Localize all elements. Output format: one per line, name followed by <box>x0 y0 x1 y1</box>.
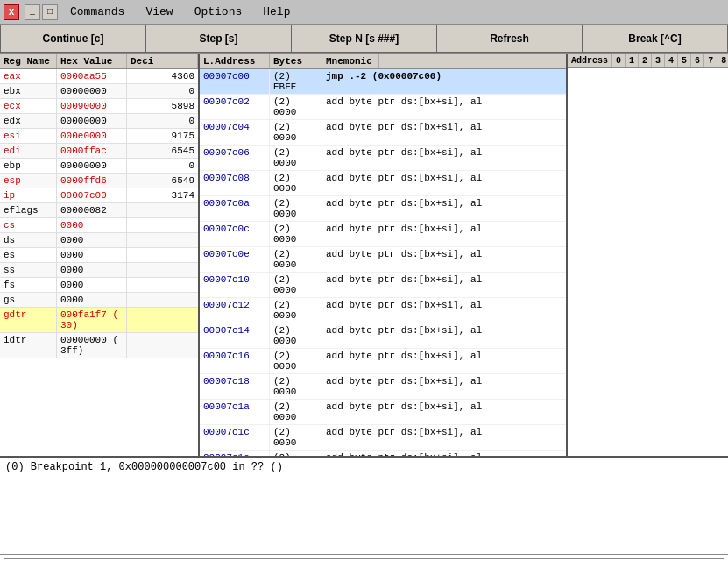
disasm-row[interactable]: 00007c1c(2) 0000add byte ptr ds:[bx+si],… <box>200 425 566 451</box>
refresh-button[interactable]: Refresh <box>436 25 582 53</box>
disasm-mnemonic: add byte ptr ds:[bx+si], al <box>322 222 566 246</box>
stepn-button[interactable]: Step N [s ###] <box>291 25 436 53</box>
register-row: idtr00000000 ( 3ff) <box>0 333 198 358</box>
reg-name-cell: idtr <box>0 333 57 358</box>
menu-commands[interactable]: Commands <box>67 4 128 20</box>
disasm-bytes: (2) 0000 <box>270 120 322 145</box>
reg-hex-cell: 0000 <box>57 248 127 262</box>
reg-name-cell: edi <box>0 144 57 158</box>
reg-hex-cell: 0000 <box>57 218 127 232</box>
minimize-button[interactable]: _ <box>25 4 40 20</box>
reg-dec-cell <box>127 218 198 232</box>
disasm-bytes: (2) 0000 <box>270 400 322 424</box>
step-button[interactable]: Step [s] <box>145 25 291 53</box>
command-input[interactable] <box>4 558 724 576</box>
disasm-row[interactable]: 00007c08(2) 0000add byte ptr ds:[bx+si],… <box>200 171 566 196</box>
menubar: Commands View Options Help <box>67 4 293 20</box>
register-row: edx000000000 <box>0 114 198 129</box>
reg-dec-header: Deci <box>127 54 198 68</box>
break-button[interactable]: Break [^C] <box>582 25 728 53</box>
reg-dec-cell <box>127 333 198 358</box>
maximize-button[interactable]: □ <box>42 4 58 20</box>
disasm-addr: 00007c0e <box>200 247 270 272</box>
dis-addr-header: L.Address <box>200 54 270 68</box>
disasm-addr: 00007c0c <box>200 222 270 246</box>
disasm-addr: 00007c12 <box>200 298 270 323</box>
reg-name-cell: esp <box>0 174 57 188</box>
reg-name-cell: ip <box>0 188 57 202</box>
disasm-addr: 00007c04 <box>200 120 270 145</box>
reg-hex-cell: 0000 <box>57 278 127 292</box>
reg-dec-cell: 0 <box>127 84 198 98</box>
reg-hex-cell: 00000000 <box>57 114 127 128</box>
reg-name-cell: eax <box>0 69 57 83</box>
register-row: edi0000ffac6545 <box>0 144 198 159</box>
disasm-mnemonic: add byte ptr ds:[bx+si], al <box>322 298 566 323</box>
reg-dec-cell: 6549 <box>127 174 198 188</box>
disasm-mnemonic: jmp .-2 (0x00007c00) <box>322 69 566 94</box>
disasm-addr: 00007c02 <box>200 95 270 119</box>
registers-panel: Reg Name Hex Value Deci eax0000aa554360e… <box>0 54 200 456</box>
menu-options[interactable]: Options <box>191 4 246 20</box>
register-row: esi000e00009175 <box>0 129 198 144</box>
disasm-row[interactable]: 00007c10(2) 0000add byte ptr ds:[bx+si],… <box>200 273 566 298</box>
reg-hex-cell: 000e0000 <box>57 129 127 143</box>
mem-3-header: 3 <box>652 54 665 67</box>
disasm-row[interactable]: 00007c02(2) 0000add byte ptr ds:[bx+si],… <box>200 95 566 120</box>
disasm-row[interactable]: 00007c18(2) 0000add byte ptr ds:[bx+si],… <box>200 374 566 400</box>
reg-dec-cell <box>127 293 198 307</box>
disasm-bytes: (2) 0000 <box>270 298 322 323</box>
register-row: es0000 <box>0 248 198 263</box>
disasm-panel[interactable]: L.Address Bytes Mnemonic 00007c00(2) EBF… <box>200 54 566 456</box>
reg-hex-cell: 00000000 ( 3ff) <box>57 333 127 358</box>
reg-hex-cell: 0000 <box>57 293 127 307</box>
register-row: eflags00000082 <box>0 203 198 218</box>
disasm-row[interactable]: 00007c1e(2) 0000add byte ptr ds:[bx+si],… <box>200 451 566 456</box>
reg-name-cell: ds <box>0 233 57 247</box>
reg-dec-cell: 0 <box>127 114 198 128</box>
disasm-row[interactable]: 00007c06(2) 0000add byte ptr ds:[bx+si],… <box>200 146 566 171</box>
disasm-mnemonic: add byte ptr ds:[bx+si], al <box>322 451 566 456</box>
disasm-mnemonic: add byte ptr ds:[bx+si], al <box>322 247 566 272</box>
disasm-header: L.Address Bytes Mnemonic <box>200 54 566 69</box>
disasm-row[interactable]: 00007c0a(2) 0000add byte ptr ds:[bx+si],… <box>200 196 566 222</box>
disasm-bytes: (2) 0000 <box>270 425 322 450</box>
output-text: (0) Breakpoint 1, 0x000000000007c00 in ?… <box>5 461 723 473</box>
disasm-row[interactable]: 00007c1a(2) 0000add byte ptr ds:[bx+si],… <box>200 400 566 425</box>
reg-hex-cell: 0000aa55 <box>57 69 127 83</box>
disasm-row[interactable]: 00007c16(2) 0000add byte ptr ds:[bx+si],… <box>200 349 566 374</box>
mem-7-header: 7 <box>704 54 717 67</box>
disasm-addr: 00007c18 <box>200 374 270 399</box>
close-button[interactable]: X <box>4 4 19 20</box>
menu-help[interactable]: Help <box>259 4 293 20</box>
disasm-addr: 00007c16 <box>200 349 270 373</box>
disasm-row[interactable]: 00007c12(2) 0000add byte ptr ds:[bx+si],… <box>200 298 566 323</box>
disasm-row[interactable]: 00007c0e(2) 0000add byte ptr ds:[bx+si],… <box>200 247 566 273</box>
memory-panel[interactable]: Address 0 1 2 3 4 5 6 7 8 9 A <box>566 54 728 456</box>
register-row: cs0000 <box>0 218 198 233</box>
continue-button[interactable]: Continue [c] <box>0 25 145 53</box>
reg-dec-cell: 6545 <box>127 144 198 158</box>
disasm-addr: 00007c00 <box>200 69 270 94</box>
reg-name-cell: edx <box>0 114 57 128</box>
register-row: esp0000ffd66549 <box>0 174 198 188</box>
reg-hex-cell: 000fa1f7 ( 30) <box>57 308 127 332</box>
reg-name-cell: ebp <box>0 159 57 173</box>
reg-name-cell: cs <box>0 218 57 232</box>
reg-name-header: Reg Name <box>0 54 57 68</box>
disasm-row[interactable]: 00007c0c(2) 0000add byte ptr ds:[bx+si],… <box>200 222 566 247</box>
mem-1-header: 1 <box>626 54 639 67</box>
mem-2-header: 2 <box>639 54 652 67</box>
disasm-bytes: (2) 0000 <box>270 146 322 170</box>
disasm-row[interactable]: 00007c04(2) 0000add byte ptr ds:[bx+si],… <box>200 120 566 146</box>
register-row: ecx000900005898 <box>0 99 198 114</box>
reg-dec-cell: 0 <box>127 159 198 173</box>
reg-name-cell: ecx <box>0 99 57 113</box>
disasm-bytes: (2) 0000 <box>270 196 322 221</box>
register-row: ip00007c003174 <box>0 188 198 203</box>
reg-dec-cell <box>127 278 198 292</box>
menu-view[interactable]: View <box>142 4 176 20</box>
disasm-row[interactable]: 00007c14(2) 0000add byte ptr ds:[bx+si],… <box>200 323 566 349</box>
disasm-row[interactable]: 00007c00(2) EBFEjmp .-2 (0x00007c00) <box>200 69 566 95</box>
reg-hex-cell: 00000082 <box>57 203 127 217</box>
